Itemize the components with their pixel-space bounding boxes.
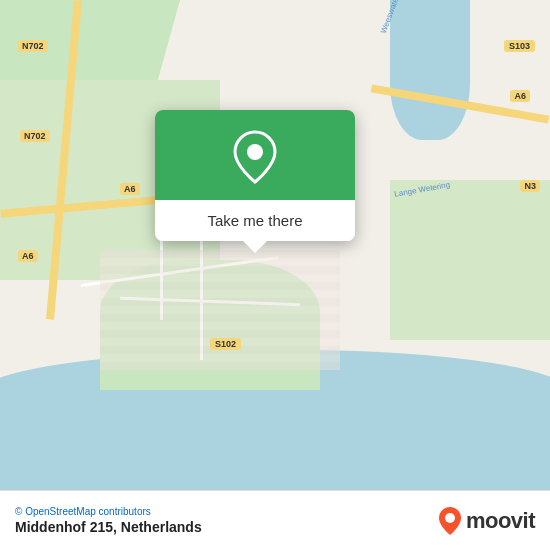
take-me-there-button[interactable]: Take me there bbox=[155, 200, 355, 241]
water-northeast bbox=[390, 0, 470, 140]
urban-texture bbox=[100, 250, 340, 370]
moovit-logo: moovit bbox=[438, 506, 535, 536]
osm-link[interactable]: OpenStreetMap contributors bbox=[25, 506, 151, 517]
moovit-wordmark: moovit bbox=[466, 508, 535, 534]
road-label-a6-left: A6 bbox=[18, 250, 38, 262]
road-label-s103: S103 bbox=[504, 40, 535, 52]
road-label-a6-right: A6 bbox=[510, 90, 530, 102]
pin-svg bbox=[233, 130, 277, 184]
road-label-a6-center: A6 bbox=[120, 183, 140, 195]
osm-prefix: © bbox=[15, 506, 25, 517]
svg-point-1 bbox=[445, 513, 455, 523]
svg-point-0 bbox=[247, 144, 263, 160]
moovit-pin-icon bbox=[438, 506, 462, 536]
bottom-bar: © OpenStreetMap contributors Middenhof 2… bbox=[0, 490, 550, 550]
green-area-right bbox=[390, 180, 550, 340]
road-label-n3: N3 bbox=[520, 180, 540, 192]
road-label-n702-upper: N702 bbox=[18, 40, 48, 52]
location-pin-icon bbox=[233, 130, 277, 184]
popup-header bbox=[155, 110, 355, 200]
popup-tail bbox=[243, 241, 267, 253]
location-popup: Take me there bbox=[155, 110, 355, 241]
address-section: © OpenStreetMap contributors Middenhof 2… bbox=[15, 506, 202, 535]
road-label-n702-lower: N702 bbox=[20, 130, 50, 142]
osm-credit: © OpenStreetMap contributors bbox=[15, 506, 202, 517]
road-label-s102: S102 bbox=[210, 338, 241, 350]
map-view[interactable]: A6 A6 A6 N702 N702 S103 S102 N3 Weeswate… bbox=[0, 0, 550, 490]
address-label: Middenhof 215, Netherlands bbox=[15, 519, 202, 535]
